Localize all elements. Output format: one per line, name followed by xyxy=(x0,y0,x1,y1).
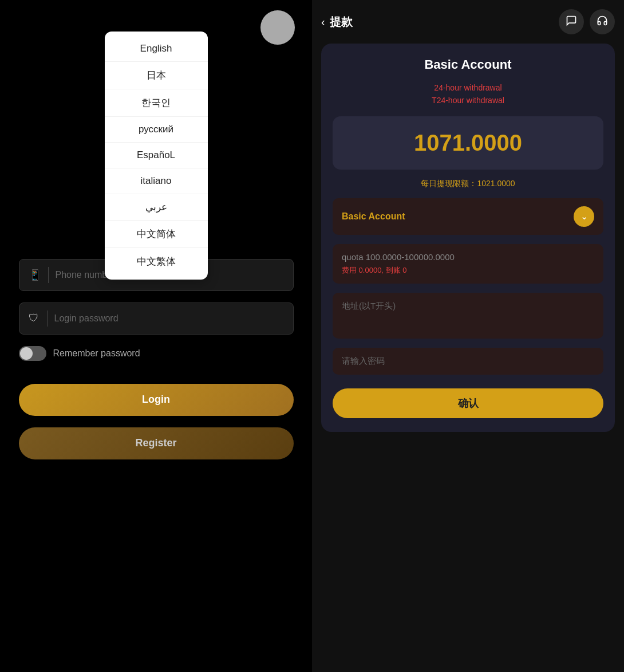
daily-limit-value: 1021.0000 xyxy=(477,179,515,188)
language-item-spanish[interactable]: EspañoL xyxy=(105,143,208,168)
language-dropdown: English 日本 한국인 русский EspañoL italiano … xyxy=(105,32,208,280)
shield-icon: 🛡 xyxy=(29,312,40,324)
language-item-russian[interactable]: русский xyxy=(105,117,208,143)
remember-toggle[interactable] xyxy=(19,346,46,361)
page-title: 提款 xyxy=(330,14,353,30)
language-item-arabic[interactable]: عربي xyxy=(105,194,208,221)
support-icon xyxy=(597,15,608,29)
daily-limit: 每日提现限额：1021.0000 xyxy=(421,179,515,189)
account-title: Basic Account xyxy=(424,57,511,72)
quota-box: quota 100.0000-100000.0000 费用 0.0000, 到账… xyxy=(333,244,603,284)
withdrawal-note-line2: T24-hour withdrawal xyxy=(432,94,504,107)
account-select-label: Basic Account xyxy=(342,211,405,222)
header-icons xyxy=(559,9,615,34)
language-item-korean[interactable]: 한국인 xyxy=(105,89,208,117)
right-panel: ‹ 提款 Bas xyxy=(312,0,624,672)
language-item-chinese-simplified[interactable]: 中文简体 xyxy=(105,221,208,248)
amount-box: 1071.0000 xyxy=(333,116,603,170)
input-divider xyxy=(48,267,49,283)
avatar xyxy=(260,10,295,45)
password-input-wrapper: 🛡 xyxy=(19,302,294,335)
chat-icon xyxy=(566,15,577,29)
withdrawal-note: 24-hour withdrawal T24-hour withdrawal xyxy=(432,81,504,107)
back-button[interactable]: ‹ 提款 xyxy=(321,14,353,30)
phone-icon: 📱 xyxy=(29,269,41,281)
account-select-row[interactable]: Basic Account ⌄ xyxy=(333,198,603,235)
password-input[interactable] xyxy=(54,313,284,324)
login-form: 📱 🛡 Remember password Login Register xyxy=(19,259,294,459)
withdraw-card: Basic Account 24-hour withdrawal T24-hou… xyxy=(321,44,615,432)
chat-button[interactable] xyxy=(559,9,584,34)
amount-value: 1071.0000 xyxy=(414,130,522,156)
input-divider-2 xyxy=(47,311,48,327)
support-button[interactable] xyxy=(590,9,615,34)
register-button[interactable]: Register xyxy=(19,427,294,459)
daily-limit-label: 每日提现限额： xyxy=(421,179,477,188)
right-header: ‹ 提款 xyxy=(321,9,615,34)
left-panel: English 日本 한국인 русский EspañoL italiano … xyxy=(0,0,312,672)
language-item-japanese[interactable]: 日本 xyxy=(105,62,208,89)
password-box[interactable]: 请输入密码 xyxy=(333,348,603,375)
login-button[interactable]: Login xyxy=(19,384,294,416)
confirm-button[interactable]: 确认 xyxy=(333,388,603,418)
toggle-knob xyxy=(20,347,33,360)
withdrawal-note-line1: 24-hour withdrawal xyxy=(432,81,504,94)
language-item-chinese-traditional[interactable]: 中文繁体 xyxy=(105,248,208,275)
address-placeholder: 地址(以T开头) xyxy=(342,301,396,311)
back-icon: ‹ xyxy=(321,15,325,29)
language-item-english[interactable]: English xyxy=(105,36,208,62)
chevron-down-icon: ⌄ xyxy=(580,211,588,222)
password-placeholder-right: 请输入密码 xyxy=(342,356,385,366)
address-box[interactable]: 地址(以T开头) xyxy=(333,293,603,339)
dropdown-button[interactable]: ⌄ xyxy=(574,206,594,227)
remember-row: Remember password xyxy=(19,346,294,361)
quota-text: quota 100.0000-100000.0000 xyxy=(342,252,594,262)
language-item-italian[interactable]: italiano xyxy=(105,168,208,194)
remember-label: Remember password xyxy=(53,348,140,359)
fee-text: 费用 0.0000, 到账 0 xyxy=(342,265,594,276)
